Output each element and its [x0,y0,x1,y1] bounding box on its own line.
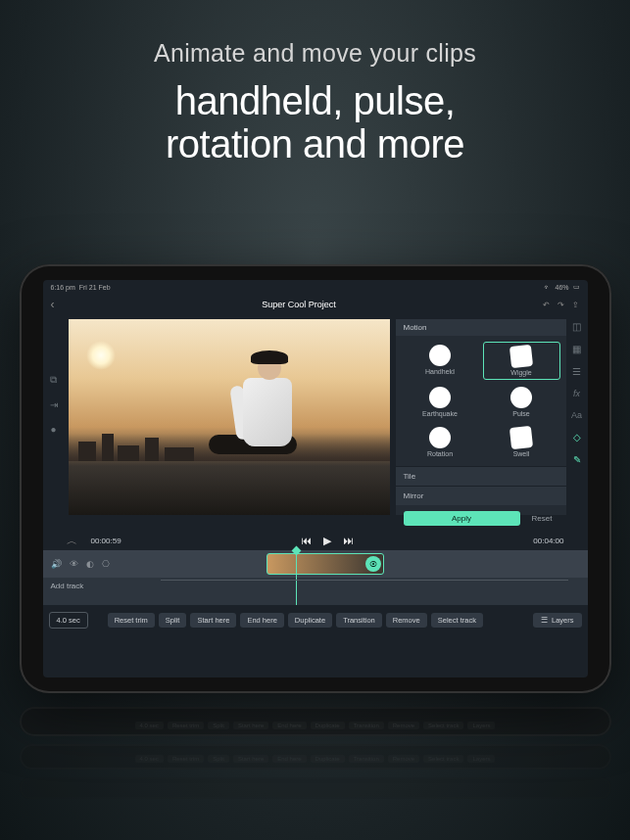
device-reflection: 4.0 sec Reset trim Split Start here End … [20,707,611,736]
hero-subtitle: Animate and move your clips [0,39,630,68]
motion-shape-icon [429,387,451,408]
edit-icon[interactable]: ✎ [573,454,581,465]
prev-button[interactable]: ⏮ [301,535,312,547]
motion-option-swell[interactable]: Swell [483,424,560,460]
transition-button[interactable]: Transition [336,613,382,628]
reset-trim-button[interactable]: Reset trim [108,613,155,628]
layers-button[interactable]: ☰ Layers [533,613,582,628]
status-bar: 6:16 pm Fri 21 Feb ᯤ 46% ▭ [43,280,588,294]
layers-icon: ☰ [541,616,548,625]
lock-icon[interactable]: ⎔ [102,559,110,569]
remove-button[interactable]: Remove [386,613,427,628]
end-here-button[interactable]: End here [240,613,283,628]
bottom-toolbar: 4.0 sec Reset trim Split Start here End … [43,605,588,634]
grid-icon[interactable]: ▦ [572,344,581,354]
motion-tool-icon[interactable]: ◇ [573,432,581,443]
device-reflection: 4.0 sec Reset trim Split Start here End … [20,744,611,770]
select-track-button[interactable]: Select track [431,613,483,628]
battery-icon: ▭ [573,283,580,291]
motion-shape-icon [509,426,533,449]
import-icon[interactable]: ⇥ [50,399,58,410]
volume-icon[interactable]: 🔊 [51,559,62,569]
play-button[interactable]: ▶ [323,535,331,547]
duplicate-button[interactable]: Duplicate [288,613,332,628]
crop-icon[interactable]: ◫ [572,321,581,332]
redo-icon[interactable]: ↷ [557,301,564,309]
timeline[interactable]: 🔊 👁 ◐ ⎔ ⦿ Add track [43,550,588,605]
next-button[interactable]: ⏭ [343,535,354,547]
clip-handle[interactable]: ⦿ [365,556,381,572]
sliders-icon[interactable]: ☰ [572,366,581,377]
hero-title-line1: handheld, pulse, [175,79,456,122]
motion-option-pulse[interactable]: Pulse [483,384,560,420]
start-here-button[interactable]: Start here [190,613,236,628]
motion-shape-icon [429,427,451,448]
tile-row[interactable]: Tile [396,466,566,486]
ipad-device: 6:16 pm Fri 21 Feb ᯤ 46% ▭ ‹ Super Cool … [20,264,611,693]
motion-label: Earthquake [422,410,458,417]
motion-option-rotation[interactable]: Rotation [402,424,479,460]
motion-panel: Motion HandheldWiggleEarthquakePulseRota… [396,319,566,515]
status-time: 6:16 pm [51,284,75,291]
panel-title: Motion [396,319,566,336]
left-toolbar: ⧉ ⇥ ● [43,315,65,531]
app-header: ‹ Super Cool Project ↶ ↷ ⇪ [43,294,588,315]
layers-label: Layers [552,616,574,625]
text-icon[interactable]: Aa [571,410,582,420]
playhead[interactable] [296,550,297,605]
video-preview[interactable] [69,319,390,515]
motion-label: Handheld [425,368,455,375]
wifi-icon: ᯤ [544,284,551,291]
clipboard-icon[interactable]: ⧉ [50,374,57,386]
motion-label: Pulse [512,410,530,417]
hero-title-line2: rotation and more [166,122,464,165]
track-dot-icon[interactable]: ◐ [86,559,94,569]
motion-label: Swell [513,450,530,457]
duration-pill[interactable]: 4.0 sec [49,612,88,629]
motion-label: Rotation [427,450,453,457]
preview-subject [204,349,321,476]
motion-shape-icon [510,387,532,408]
apply-button[interactable]: Apply [404,511,520,526]
back-button[interactable]: ‹ [51,298,55,311]
visibility-icon[interactable]: 👁 [70,559,78,569]
track-controls: 🔊 👁 ◐ ⎔ [43,550,118,578]
right-toolbar: ◫ ▦ ☰ fx Aa ◇ ✎ [566,315,588,465]
fx-icon[interactable]: fx [573,389,580,398]
motion-option-handheld[interactable]: Handheld [402,342,479,380]
reset-button[interactable]: Reset [526,511,558,526]
motion-option-earthquake[interactable]: Earthquake [402,384,479,420]
undo-icon[interactable]: ↶ [543,301,550,309]
expand-icon[interactable]: ︿ [67,534,77,548]
timeline-ruler [161,580,568,587]
battery-label: 46% [555,284,568,291]
mic-icon[interactable]: ● [50,424,56,435]
status-date: Fri 21 Feb [79,284,111,291]
motion-option-wiggle[interactable]: Wiggle [483,342,560,380]
app-screen: 6:16 pm Fri 21 Feb ᯤ 46% ▭ ‹ Super Cool … [43,280,588,677]
total-time: 00:04:00 [533,537,563,545]
hero-title: handheld, pulse, rotation and more [0,79,630,165]
split-button[interactable]: Split [159,613,187,628]
motion-label: Wiggle [510,369,531,376]
project-title: Super Cool Project [262,300,336,309]
mirror-row[interactable]: Mirror [396,486,566,505]
timeline-clip[interactable]: ⦿ [267,553,384,575]
current-time: 00:00:59 [91,537,121,545]
motion-shape-icon [509,345,533,368]
add-track-button[interactable]: Add track [51,582,84,590]
share-icon[interactable]: ⇪ [572,301,579,309]
transport-bar: ︿ 00:00:59 ⏮ ▶ ⏭ 00:04:00 [43,531,588,550]
motion-shape-icon [429,345,451,366]
device-reflection [20,777,611,799]
